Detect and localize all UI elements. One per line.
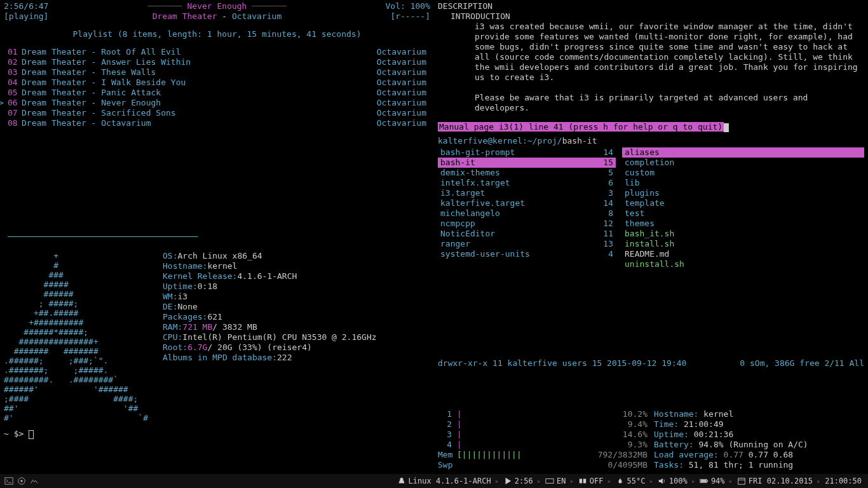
file-row[interactable]: systemd-user-units4 — [438, 249, 616, 259]
playlist-item[interactable]: 05Dream Theater - Panic AttackOctavarium — [4, 88, 430, 98]
file-row[interactable]: completion — [622, 158, 864, 168]
file-row[interactable]: themes — [622, 219, 864, 229]
clock-widget[interactable]: 21:00:50 — [821, 476, 865, 486]
sysinfo-row: WM: i3 — [163, 292, 430, 302]
speaker-icon — [658, 477, 667, 485]
calendar-icon — [737, 477, 746, 485]
music-player-pane[interactable]: 2:56/6:47 ─────── Never Enough ─────── V… — [0, 0, 434, 238]
file-manager-pane[interactable]: kalterfive@kernel:~/proj/bash-it bash-gi… — [434, 135, 868, 405]
htop-stat: Hostname: kernel — [654, 409, 864, 419]
terminal-tray-icon[interactable] — [4, 476, 14, 486]
file-row[interactable]: NoticEditor11 — [438, 229, 616, 239]
cpu-meter: 3[|||||| 14.6%] — [438, 430, 654, 440]
keyboard-widget[interactable]: EN — [541, 476, 569, 486]
system-tray[interactable] — [3, 476, 41, 486]
current-artist: Dream Theater — [153, 11, 217, 21]
ranger-path: kalterfive@kernel:~/proj/bash-it — [438, 136, 864, 146]
shell-prompt[interactable]: ~ $> — [0, 426, 434, 442]
file-row[interactable]: bash-it15 — [438, 158, 616, 168]
cpu-meter: 4[|||| 9.3%] — [438, 440, 654, 450]
svg-rect-5 — [583, 479, 586, 484]
htop-stat: Time: 21:00:49 — [654, 419, 864, 430]
svg-rect-7 — [707, 480, 708, 482]
ranger-statusline: drwxr-xr-x 11 kalterfive users 15 2015-0… — [438, 358, 864, 369]
keyboard-icon — [545, 477, 554, 485]
playlist[interactable]: 01Dream Theater - Root Of All EvilOctava… — [4, 47, 430, 128]
progress-bar[interactable] — [8, 236, 198, 237]
temp-widget: 55°C — [612, 476, 649, 486]
sysinfo-pane: + # ### ##### ###### ; #####; +##.##### … — [0, 238, 434, 426]
caps-icon — [578, 477, 587, 485]
swap-meter: Swp[0/4095MB] — [438, 460, 654, 470]
man-statusline: Manual page i3(1) line 41 (press h for h… — [438, 122, 724, 132]
sysinfo-row: Albums in MPD database: 222 — [163, 353, 430, 363]
manpage-pane[interactable]: DESCRIPTION INTRODUCTION i3 was created … — [434, 0, 868, 135]
sysinfo-row: CPU: Intel(R) Pentium(R) CPU N3530 @ 2.1… — [163, 332, 430, 342]
htop-pane[interactable]: 1[||||| 10.2%]2[||||| 9.4%]3[|||||| 14.6… — [434, 405, 868, 474]
app-tray-icon[interactable] — [17, 476, 27, 486]
file-row[interactable]: ranger13 — [438, 239, 616, 249]
file-row[interactable]: michelangelo8 — [438, 208, 616, 219]
battery-widget: 94% — [696, 476, 729, 486]
playlist-item[interactable]: 07Dream Theater - Sacrificed SonsOctavar… — [4, 108, 430, 118]
htop-stat: Uptime: 00:21:36 — [654, 430, 864, 440]
battery-icon — [700, 477, 709, 485]
network-tray-icon[interactable] — [29, 476, 39, 486]
sysinfo-row: Uptime: 0:18 — [163, 281, 430, 292]
file-row[interactable]: lib — [622, 178, 864, 188]
sysinfo-row: DE: None — [163, 302, 430, 312]
capslock-widget: OFF — [574, 476, 607, 486]
sysinfo-row: OS: Arch Linux x86_64 — [163, 251, 430, 261]
man-section: DESCRIPTION — [438, 1, 864, 11]
svg-point-2 — [20, 480, 23, 482]
playlist-item[interactable]: 06Dream Theater - Never EnoughOctavarium — [4, 98, 430, 108]
file-row[interactable]: ncmpcpp12 — [438, 219, 616, 229]
svg-rect-0 — [5, 478, 13, 485]
cursor-icon — [29, 430, 34, 439]
playlist-item[interactable]: 02Dream Theater - Answer Lies WithinOcta… — [4, 57, 430, 67]
svg-rect-8 — [701, 480, 707, 482]
file-row[interactable]: template — [622, 198, 864, 208]
ranger-current-column[interactable]: aliases completion custom lib plugins te… — [622, 147, 864, 269]
current-album: Octavarium — [232, 11, 281, 21]
music-widget[interactable]: 2:56 — [499, 476, 537, 486]
file-row[interactable]: uninstall.sh — [622, 259, 864, 269]
arch-logo: + # ### ##### ###### ; #####; +##.##### … — [4, 251, 163, 423]
cursor-icon — [724, 123, 729, 132]
playlist-item[interactable]: 08Dream Theater - OctavariumOctavarium — [4, 118, 430, 128]
date-widget[interactable]: FRI 02.10.2015 — [733, 476, 817, 486]
file-row[interactable]: kalterfive.target14 — [438, 198, 616, 208]
file-row[interactable]: demix-themes5 — [438, 168, 616, 178]
file-row[interactable]: README.md — [622, 249, 864, 259]
cpu-meter: 2[||||| 9.4%] — [438, 419, 654, 430]
status-bar[interactable]: Linux 4.1.6-1-ARCH ▸ 2:56 ▸ EN ▸ OFF ▸ 5… — [0, 474, 868, 488]
man-subsection: INTRODUCTION — [451, 11, 864, 22]
file-row[interactable]: plugins — [622, 188, 864, 198]
file-row[interactable]: bash_it.sh — [622, 229, 864, 239]
file-row[interactable]: bash-git-prompt14 — [438, 147, 616, 158]
playlist-item[interactable]: 03Dream Theater - These WallsOctavarium — [4, 67, 430, 78]
file-row[interactable]: test — [622, 208, 864, 219]
svg-rect-9 — [738, 478, 745, 485]
sysinfo-row: RAM: 721 MB / 3832 MB — [163, 322, 430, 332]
playlist-item[interactable]: 01Dream Theater - Root Of All EvilOctava… — [4, 47, 430, 57]
play-icon — [503, 477, 512, 485]
htop-stat: Tasks: 51, 81 thr; 1 running — [654, 460, 864, 470]
file-row[interactable]: install.sh — [622, 239, 864, 249]
volume-widget[interactable]: 100% — [654, 476, 691, 486]
file-row[interactable]: aliases — [622, 147, 864, 158]
flame-icon — [616, 477, 625, 485]
file-row[interactable]: custom — [622, 168, 864, 178]
playlist-item[interactable]: 04Dream Theater - I Walk Beside YouOctav… — [4, 78, 430, 88]
htop-stat: Battery: 94.8% (Running on A/C) — [654, 440, 864, 450]
file-row[interactable]: intelfx.target6 — [438, 178, 616, 188]
man-paragraph: i3 was created because wmii, our favorit… — [475, 22, 864, 83]
sysinfo-row: Hostname: kernel — [163, 261, 430, 271]
ranger-parent-column[interactable]: bash-git-prompt14 bash-it15 demix-themes… — [438, 147, 616, 269]
svg-rect-3 — [546, 479, 553, 484]
mem-meter: Mem[||||||||||||792/3832MB] — [438, 450, 654, 460]
file-row[interactable]: i3.target3 — [438, 188, 616, 198]
sysinfo-row: Packages: 621 — [163, 312, 430, 322]
tux-icon — [397, 477, 406, 485]
sysinfo-row: Root: 6.7G / 20G (33%) (reiser4) — [163, 342, 430, 353]
